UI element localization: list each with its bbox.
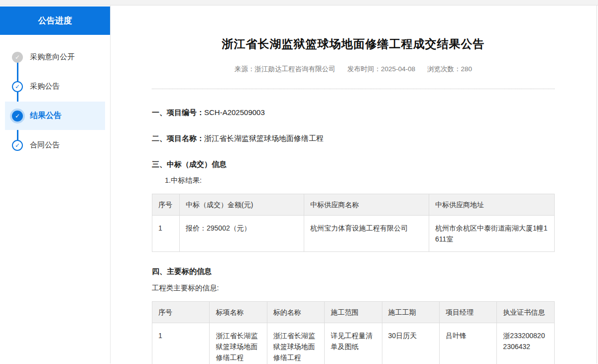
step-label: 合同公告 [30,140,60,150]
cell-amount: 报价：295002（元） [180,216,304,252]
sidebar-item-procurement-announcement[interactable]: ✓ 采购公告 [5,72,105,101]
article-meta: 来源：浙江勋达工程咨询有限公司 发布时间：2025-04-08 浏览次数：280 [152,65,555,74]
page-title: 浙江省长湖监狱篮球场地面修缮工程成交结果公告 [152,36,555,52]
section-label: 一、项目编号： [152,108,204,117]
section-award-info-heading: 三、中标（成交）信息 [152,160,555,169]
table-header-row: 序号 中标（成交）金额(元) 中标供应商名称 中标供应商地址 [152,194,555,216]
table-row: 1 浙江省长湖监狱篮球场地面修缮工程 浙江省长湖监狱篮球场地面修缮工程 详见工程… [152,323,555,364]
table-header-row: 序号 标项名称 标的名称 施工范围 施工工期 项目经理 执业证书信息 [152,302,555,323]
check-icon: ✓ [15,83,20,90]
page-layout: 公告进度 ✓ 采购意向公开 ✓ 采购公告 ✓ 结果公告 [0,5,598,364]
check-circle-icon: ✓ [12,81,23,92]
column-header: 施工工期 [382,302,439,323]
check-icon: ✓ [15,142,20,149]
column-header: 序号 [152,194,180,216]
meta-source: 来源：浙江勋达工程咨询有限公司 [235,65,336,74]
award-result-subheading: 1.中标结果: [152,176,555,185]
cell-seq: 1 [152,323,210,364]
progress-sidebar: 公告进度 ✓ 采购意向公开 ✓ 采购公告 ✓ 结果公告 [0,5,111,364]
award-result-table: 序号 中标（成交）金额(元) 中标供应商名称 中标供应商地址 1 报价：2950… [152,194,555,252]
step-label: 采购意向公开 [30,52,75,62]
subject-info-table: 序号 标项名称 标的名称 施工范围 施工工期 项目经理 执业证书信息 1 浙江省… [152,301,555,364]
column-header: 中标供应商名称 [304,194,429,216]
sidebar-item-procurement-intention[interactable]: ✓ 采购意向公开 [5,43,105,71]
table-row: 1 报价：295002（元） 杭州宝力体育设施工程有限公司 杭州市余杭区中泰街道… [152,216,555,252]
sidebar-item-contract-announcement[interactable]: ✓ 合同公告 [5,131,105,159]
column-header: 执业证书信息 [497,302,554,323]
cell-construction-period: 30日历天 [382,323,439,364]
step-label: 结果公告 [30,111,62,121]
column-header: 项目经理 [439,302,496,323]
section-label: 二、项目名称： [152,134,204,142]
section-project-name: 二、项目名称：浙江省长湖监狱篮球场地面修缮工程 [152,134,555,143]
cell-construction-scope: 详见工程量清单及图纸 [325,323,382,364]
cell-supplier-name: 杭州宝力体育设施工程有限公司 [304,216,429,252]
check-icon: ✓ [15,54,20,61]
progress-steps: ✓ 采购意向公开 ✓ 采购公告 ✓ 结果公告 ✓ 合同公告 [5,43,105,159]
column-header: 标项名称 [210,302,267,323]
subject-info-subheading: 工程类主要标的信息: [152,283,555,293]
scrollbar-track[interactable] [597,5,597,364]
check-circle-icon: ✓ [12,111,23,121]
column-header: 标的名称 [267,302,324,323]
meta-view-count: 浏览次数：280 [427,65,472,74]
column-header: 中标供应商地址 [429,194,555,216]
check-circle-icon: ✓ [12,140,23,151]
top-strip [0,0,598,5]
check-icon: ✓ [15,113,20,120]
project-number-value: SCH-A202509003 [204,108,265,117]
column-header: 序号 [152,302,210,323]
section-subject-info-heading: 四、主要标的信息 [152,267,555,276]
sidebar-item-result-announcement[interactable]: ✓ 结果公告 [5,102,105,130]
step-label: 采购公告 [30,82,60,91]
meta-publish-time: 发布时间：2025-04-08 [347,65,415,74]
cell-supplier-address: 杭州市余杭区中泰街道南湖大厦1幢1611室 [429,216,555,252]
announcement-content: 浙江省长湖监狱篮球场地面修缮工程成交结果公告 来源：浙江勋达工程咨询有限公司 发… [111,5,598,364]
column-header: 施工范围 [325,302,382,323]
cell-license-info: 浙2332008202306432 [497,323,554,364]
cell-lot-name: 浙江省长湖监狱篮球场地面修缮工程 [210,323,267,364]
check-circle-icon: ✓ [12,52,23,63]
cell-project-manager: 吕叶锋 [439,323,496,364]
cell-seq: 1 [152,216,180,252]
section-project-number: 一、项目编号：SCH-A202509003 [152,108,555,118]
column-header: 中标（成交）金额(元) [180,194,304,216]
sidebar-title: 公告进度 [0,6,110,35]
project-name-value: 浙江省长湖监狱篮球场地面修缮工程 [204,134,324,142]
dotted-divider [152,89,555,89]
cell-subject-name: 浙江省长湖监狱篮球场地面修缮工程 [267,323,324,364]
